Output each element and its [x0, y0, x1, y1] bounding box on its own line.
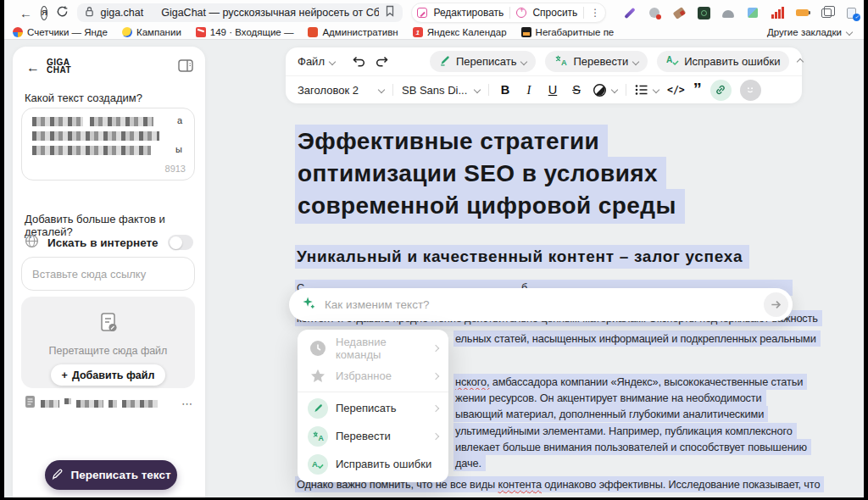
italic-button[interactable]: I	[521, 83, 537, 97]
doc-line: ивлекает больше внимания пользователей и…	[453, 441, 811, 453]
strikethrough-button[interactable]: S	[569, 83, 584, 97]
bookmark-campaigns[interactable]: Кампании	[122, 27, 181, 37]
metrika-favicon	[13, 27, 23, 37]
doc-line: ывающий материал, дополненный глубокими …	[453, 408, 768, 420]
doc-line: даче.	[453, 457, 486, 469]
underline-button[interactable]: U	[545, 83, 560, 97]
pencil-extension-icon[interactable]	[672, 6, 686, 19]
menu-item-fix-errors[interactable]: A Исправить ошибки	[298, 450, 448, 478]
doc-h1-line: Эффективные стратегии	[295, 130, 608, 153]
sync-extension-icon[interactable]	[844, 6, 858, 19]
sparkle-icon	[302, 296, 316, 314]
campaigns-favicon	[122, 27, 132, 37]
other-bookmarks[interactable]: Другие закладки	[767, 27, 852, 37]
menu-divider	[298, 392, 448, 392]
back-icon[interactable]: ←	[19, 7, 32, 19]
doc-h1-line: современной цифровой среды	[295, 194, 685, 218]
doc-line: ельных статей, насыщенных информацией и …	[453, 332, 821, 345]
cube-extension-icon[interactable]	[746, 6, 760, 19]
chevron-right-icon	[432, 344, 439, 351]
pen-extension-icon[interactable]	[623, 6, 637, 19]
camera-extension-icon[interactable]	[697, 6, 710, 19]
send-button[interactable]	[764, 292, 788, 317]
ask-icon	[516, 8, 526, 18]
file-doc-icon	[21, 297, 195, 340]
menu-item-recent[interactable]: Недавние команды	[298, 334, 448, 362]
doc-line: жении ресурсов. Он акцентирует внимание …	[453, 392, 766, 404]
doc-line: ультимедийными элементами. Например, пуб…	[453, 425, 797, 437]
menu-item-translate[interactable]: A Перевести	[298, 422, 448, 450]
rewrite-button[interactable]: Переписать	[430, 51, 537, 72]
chevron-down-icon	[378, 86, 385, 93]
blurred-filename	[41, 400, 59, 408]
toolbar-row-2: Заголовок 2 SB Sans Di... B I U S </> ”	[286, 75, 802, 103]
bookmark-icon[interactable]	[385, 5, 395, 20]
file-more-icon[interactable]: ⋯	[181, 397, 193, 410]
translate-button[interactable]: A Перевести	[545, 51, 648, 72]
rewrite-text-button[interactable]: Переписать текст	[45, 460, 177, 490]
pen-icon	[439, 54, 451, 69]
link-button[interactable]	[710, 80, 732, 101]
chevron-down-icon	[653, 86, 659, 93]
browser-window: ← Я giga.chat GigaChat — русскоязычная н…	[4, 0, 864, 497]
back-icon[interactable]: ←	[26, 60, 40, 75]
file-menu[interactable]: Файл	[298, 55, 335, 68]
bold-button[interactable]: B	[498, 83, 513, 97]
link-input[interactable]	[21, 257, 195, 291]
bookmark-calendar[interactable]: 1Яндекс Календар	[413, 27, 507, 37]
doc-line: нского, амбассадора компании «Яндекс», в…	[453, 375, 807, 388]
menu-item-favorites[interactable]: Избранное	[298, 362, 448, 390]
prompt-textarea[interactable]: а ы 8913	[21, 108, 195, 181]
tabs-extension-icon[interactable]	[820, 6, 833, 19]
blurred-filename	[108, 400, 117, 408]
gray-extension-icon[interactable]	[721, 6, 735, 19]
redo-button[interactable]	[375, 55, 389, 68]
address-bar[interactable]: giga.chat GigaChat — русскоязычная нейро…	[77, 3, 403, 22]
editor-toolbar: Файл Переписать A Перевести A Исправить …	[286, 47, 802, 103]
add-file-button[interactable]: + Добавить файл	[51, 364, 166, 386]
oversize-favicon	[521, 27, 531, 37]
draft-fragment: ы	[175, 144, 182, 154]
chart-extension-icon[interactable]	[771, 7, 784, 19]
shield-extension-icon[interactable]	[648, 6, 661, 19]
panel-toggle-icon[interactable]	[178, 59, 193, 75]
chevron-right-icon	[432, 432, 439, 439]
translate-icon: A	[308, 426, 328, 447]
plus-icon: +	[62, 369, 68, 381]
code-button[interactable]: </>	[667, 84, 685, 96]
battery-extension-icon[interactable]	[795, 6, 809, 19]
attached-file-row[interactable]: ⋯	[25, 396, 193, 411]
chevron-down-icon	[632, 58, 639, 64]
pen-icon	[308, 398, 328, 419]
bookmark-metrika[interactable]: Счетчики — Янде	[13, 27, 108, 37]
more-menu-icon[interactable]: ⋮	[590, 7, 600, 19]
prompt-input[interactable]	[325, 298, 755, 311]
yandex-browser-icon[interactable]: Я	[41, 6, 47, 20]
emoji-button[interactable]	[740, 80, 761, 101]
bookmark-inbox[interactable]: 149 · Входящие —	[196, 27, 294, 37]
file-dropzone[interactable]: Перетащите сюда файл + Добавить файл	[21, 297, 195, 388]
menu-item-rewrite[interactable]: Переписать	[298, 394, 448, 422]
clock-icon	[308, 338, 328, 358]
collapse-toolbar-icon[interactable]	[797, 58, 804, 64]
undo-button[interactable]	[352, 55, 366, 68]
browser-toolbar: ← Я giga.chat GigaChat — русскоязычная н…	[4, 0, 864, 25]
char-counter: 8913	[165, 164, 186, 174]
star-icon	[308, 366, 328, 386]
blurred-text	[32, 146, 151, 155]
bookmarks-bar: Счетчики — Янде Кампании 149 · Входящие …	[4, 25, 864, 40]
list-button[interactable]	[635, 84, 659, 96]
gigachat-logo: GIGACHAT	[47, 59, 71, 74]
text-color-button[interactable]	[593, 83, 617, 97]
bookmark-oversize[interactable]: Негабаритные пе	[521, 27, 615, 37]
bookmark-admin[interactable]: Административн	[308, 27, 398, 37]
fix-errors-button[interactable]: A Исправить ошибки	[657, 51, 789, 72]
reload-icon[interactable]	[56, 5, 69, 21]
chevron-down-icon	[520, 58, 527, 64]
quote-button[interactable]: ”	[693, 85, 702, 95]
web-search-toggle[interactable]	[168, 235, 193, 250]
font-select[interactable]: SB Sans Di...	[402, 84, 480, 97]
ask-button[interactable]: Спросить	[532, 7, 577, 19]
paragraph-style-select[interactable]: Заголовок 2	[298, 84, 384, 97]
edit-button[interactable]: Редактировать	[433, 7, 504, 19]
